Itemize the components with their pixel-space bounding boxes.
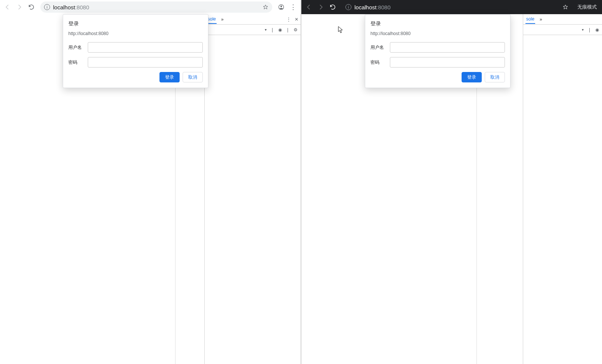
incognito-indicator[interactable]: 无痕模式 [576, 4, 600, 10]
username-input[interactable] [88, 42, 203, 53]
forward-button[interactable] [316, 2, 326, 12]
password-label: 密码 [68, 59, 84, 66]
devtools-level-dropdown-icon[interactable]: ▾ [582, 28, 584, 32]
reload-button[interactable] [328, 2, 338, 12]
url-host: localhost [53, 4, 75, 10]
profile-avatar-icon[interactable] [276, 2, 286, 12]
auth-dialog: 登录 http://localhost:8080 用户名 密码 登录 取消 [63, 14, 208, 88]
auth-cancel-button[interactable]: 取消 [183, 72, 203, 82]
devtools-menu-icon[interactable]: ⋮ [286, 17, 291, 22]
username-input[interactable] [390, 42, 505, 53]
devtools-tabs-overflow-icon[interactable]: » [221, 17, 224, 22]
forward-button[interactable] [14, 2, 25, 12]
username-label: 用户名 [68, 44, 84, 51]
toolbar: i localhost:8080 ⋮ [0, 0, 301, 14]
bookmark-star-icon[interactable] [263, 4, 269, 10]
devtools-settings-icon[interactable]: ⚙ [294, 27, 298, 32]
auth-submit-button[interactable]: 登录 [462, 72, 482, 82]
back-button[interactable] [2, 2, 13, 12]
devtools-tabs-overflow-icon[interactable]: » [540, 17, 542, 22]
bookmark-star-icon[interactable] [562, 4, 568, 10]
devtools-live-expression-icon[interactable]: ◉ [278, 27, 282, 32]
password-label: 密码 [370, 59, 386, 66]
url-host: localhost [354, 4, 376, 10]
url-port: :8080 [75, 4, 89, 10]
site-info-icon[interactable]: i [345, 4, 351, 10]
username-label: 用户名 [370, 44, 386, 51]
devtools-tab-console[interactable]: sole [525, 15, 535, 24]
address-bar[interactable]: i localhost:8080 [40, 1, 272, 13]
url-text: localhost:8080 [53, 4, 89, 10]
site-info-icon[interactable]: i [44, 4, 50, 10]
url-text: localhost:8080 [354, 4, 391, 10]
auth-cancel-button[interactable]: 取消 [485, 72, 505, 82]
back-button[interactable] [304, 2, 314, 12]
devtools-panel: sole » ⋮ ✕ ▾ | ◉ | ⚙ [204, 14, 301, 364]
password-input[interactable] [88, 57, 203, 68]
toolbar: i localhost:8080 无痕模式 [301, 0, 602, 14]
address-bar[interactable]: i localhost:8080 [342, 1, 572, 13]
svg-point-1 [280, 6, 282, 7]
devtools-tabs: sole » ⋮ ✕ [205, 14, 301, 25]
reload-button[interactable] [26, 2, 37, 12]
devtools-live-expression-icon[interactable]: ◉ [595, 27, 599, 32]
auth-dialog-origin: http://localhost:8080 [370, 31, 505, 36]
auth-dialog-title: 登录 [370, 21, 505, 27]
devtools-level-dropdown-icon[interactable]: ▾ [265, 28, 267, 32]
devtools-panel: sole » ▾ | ◉ [523, 14, 602, 364]
browser-window-left: i localhost:8080 ⋮ sole » ⋮ [0, 0, 301, 364]
devtools-tabs: sole » [523, 14, 602, 25]
auth-dialog-origin: http://localhost:8080 [68, 31, 203, 36]
browser-window-right: i localhost:8080 无痕模式 sole » ▾ [301, 0, 602, 364]
auth-dialog-title: 登录 [68, 21, 203, 27]
browser-menu-button[interactable]: ⋮ [288, 2, 298, 12]
auth-submit-button[interactable]: 登录 [159, 72, 180, 82]
devtools-close-icon[interactable]: ✕ [295, 17, 298, 22]
password-input[interactable] [390, 57, 505, 68]
devtools-toolbar: ▾ | ◉ | ⚙ [205, 25, 301, 35]
url-port: :8080 [376, 4, 391, 10]
devtools-toolbar: ▾ | ◉ [523, 25, 602, 35]
auth-dialog: 登录 http://localhost:8080 用户名 密码 登录 取消 [365, 14, 511, 88]
